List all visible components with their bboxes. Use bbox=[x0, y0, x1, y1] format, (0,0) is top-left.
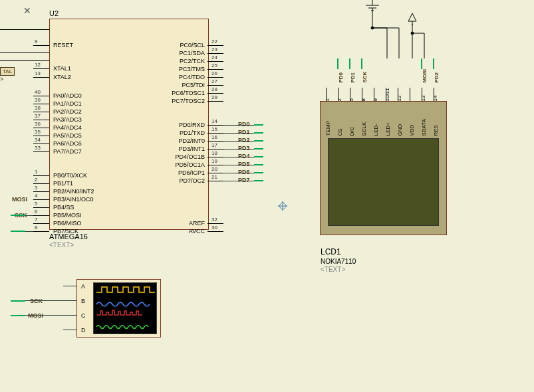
svg-point-14 bbox=[371, 27, 374, 29]
pin-label: PC7/TOSC2 bbox=[172, 98, 205, 104]
pin-wire bbox=[33, 215, 49, 216]
lcd-pin-label: CS bbox=[337, 128, 343, 136]
pin-label: PD2/INT0 bbox=[178, 138, 205, 144]
pin-number: 22 bbox=[211, 39, 217, 45]
pin-number: 9 bbox=[35, 39, 37, 45]
oscope-channel-label: A bbox=[81, 283, 85, 290]
pin-wire bbox=[33, 112, 49, 112]
pin-number: 15 bbox=[211, 126, 217, 132]
pin-number: 34 bbox=[35, 137, 41, 143]
wire bbox=[223, 133, 254, 134]
net-label: PD6 bbox=[238, 169, 250, 175]
mcu-text: <TEXT> bbox=[49, 241, 74, 248]
pin-label: PD6/ICP1 bbox=[178, 169, 205, 176]
wire-stub bbox=[254, 148, 263, 149]
lcd-pin-label: SDATA bbox=[421, 119, 427, 136]
pin-number: 5 bbox=[35, 201, 37, 207]
lcd-pin-label: SCLK bbox=[361, 122, 367, 136]
pin-number: 1 bbox=[35, 169, 37, 175]
pin-wire bbox=[33, 183, 49, 184]
pin-number: 39 bbox=[35, 97, 41, 103]
wire-net bbox=[320, 0, 453, 101]
pin-label: PA7/ADC7 bbox=[53, 148, 82, 155]
pin-wire bbox=[207, 101, 223, 102]
pin-label: PB5/MOSI bbox=[53, 212, 82, 219]
wire bbox=[25, 231, 33, 232]
pin-wire bbox=[207, 93, 223, 94]
pin-wire bbox=[33, 207, 49, 208]
pin-number: 38 bbox=[35, 105, 41, 111]
pin-label: PD3/INT1 bbox=[178, 146, 205, 152]
pin-wire bbox=[207, 85, 223, 86]
pin-wire bbox=[33, 45, 49, 46]
pin-label: PC2/TCK bbox=[180, 58, 205, 64]
lcd-pin-label: TEMP bbox=[325, 121, 331, 136]
pin-wire bbox=[33, 77, 49, 78]
pin-wire bbox=[33, 136, 49, 136]
pin-label: XTAL1 bbox=[53, 65, 71, 72]
pin-label: PC1/SDA bbox=[179, 50, 205, 56]
pin-label: RESET bbox=[53, 42, 73, 49]
pin-number: 12 bbox=[35, 62, 41, 68]
pin-label: PC4/TDO bbox=[179, 74, 205, 80]
wire bbox=[223, 165, 254, 165]
pin-wire bbox=[207, 61, 223, 62]
wire-stub bbox=[11, 300, 25, 302]
pin-wire bbox=[207, 165, 223, 165]
pin-wire bbox=[207, 141, 223, 142]
wire bbox=[223, 181, 254, 181]
pin-label: PA6/ADC6 bbox=[53, 140, 82, 147]
pin-wire bbox=[207, 125, 223, 126]
wire bbox=[63, 286, 76, 286]
oscope-channel-label: C bbox=[81, 312, 86, 319]
net-label: PD3 bbox=[238, 145, 250, 151]
wire bbox=[0, 29, 49, 30]
pin-number: 23 bbox=[211, 47, 217, 52]
pin-label: PA0/ADC0 bbox=[53, 92, 82, 99]
net-label: PD7 bbox=[238, 177, 250, 183]
pin-wire bbox=[207, 149, 223, 149]
pin-label: AREF bbox=[189, 220, 205, 227]
wire bbox=[25, 300, 76, 301]
pin-label: PA1/ADC1 bbox=[53, 100, 82, 107]
pin-number: 14 bbox=[211, 118, 217, 124]
net-label: PD4 bbox=[238, 153, 250, 159]
wire-stub bbox=[254, 172, 263, 173]
pin-number: 2 bbox=[35, 177, 37, 183]
pin-number: 27 bbox=[211, 78, 217, 84]
pin-number: 17 bbox=[211, 142, 217, 148]
lcd-pin-label: RES bbox=[433, 125, 439, 136]
pin-label: PD1/TXD bbox=[180, 130, 205, 136]
net-arrow: > bbox=[0, 76, 3, 82]
pin-wire bbox=[207, 181, 223, 181]
wire-stub bbox=[11, 215, 25, 216]
lcd-pin-label: GND bbox=[397, 124, 403, 136]
net-label: PD2 bbox=[238, 137, 250, 144]
pin-number: 29 bbox=[211, 94, 217, 100]
lcd-part: NOKIA7110 bbox=[321, 258, 356, 265]
pin-wire bbox=[33, 151, 49, 152]
lcd-pin-label: VDD bbox=[409, 125, 415, 136]
pin-number: 25 bbox=[211, 62, 217, 68]
pin-wire bbox=[33, 120, 49, 120]
pin-wire bbox=[207, 45, 223, 46]
pin-label: PD7/OC2 bbox=[179, 177, 205, 184]
pin-wire bbox=[207, 77, 223, 78]
pin-wire bbox=[33, 199, 49, 200]
oscope-channel-label: D bbox=[81, 327, 86, 334]
wire bbox=[25, 315, 76, 316]
lcd-pin-label: D/C bbox=[349, 127, 355, 136]
pin-label: PD5/OC1A bbox=[175, 161, 205, 168]
wire-stub bbox=[254, 156, 263, 157]
pin-number: 18 bbox=[211, 150, 217, 156]
pin-number: 37 bbox=[35, 113, 41, 119]
wire-stub bbox=[254, 132, 263, 134]
pin-wire bbox=[33, 144, 49, 144]
pin-label: PC0/SCL bbox=[180, 42, 205, 49]
pin-wire bbox=[207, 53, 223, 54]
mcu-ref: U2 bbox=[49, 9, 59, 17]
net-label: PD1 bbox=[238, 129, 250, 136]
net-label: PD0 bbox=[238, 121, 250, 128]
wire bbox=[0, 52, 49, 53]
pin-label: XTAL2 bbox=[53, 74, 71, 80]
